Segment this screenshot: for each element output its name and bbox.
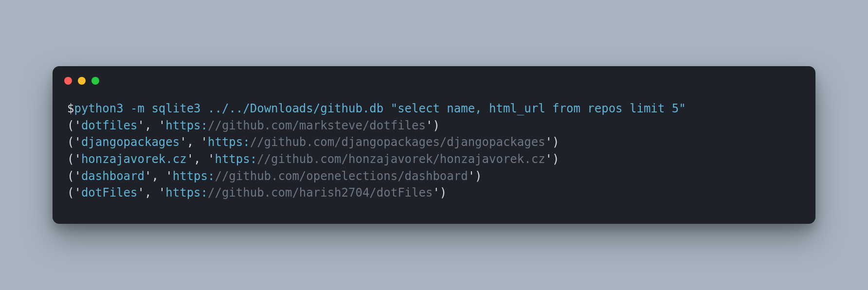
quote: '	[187, 152, 194, 166]
url-scheme: https:	[165, 119, 208, 132]
open-paren: (	[67, 119, 74, 132]
quote: '	[201, 135, 208, 149]
url-path: //github.com/harish2704/dotFiles	[208, 186, 433, 199]
command-line: $python3 -m sqlite3 ../../Downloads/gith…	[67, 100, 801, 117]
url-scheme: https:	[215, 152, 257, 166]
quote: '	[426, 119, 433, 132]
comma: ,	[194, 152, 208, 166]
quote: '	[208, 152, 215, 166]
quote: '	[433, 186, 439, 199]
close-paren: )	[552, 135, 559, 149]
url-scheme: https:	[165, 186, 208, 199]
url-scheme: https:	[208, 135, 250, 149]
quote: '	[138, 186, 145, 199]
repo-name: honzajavorek.cz	[81, 152, 187, 166]
command-name: python3	[74, 102, 123, 115]
open-paren: (	[67, 186, 74, 199]
command-module: sqlite3	[151, 102, 200, 115]
quote: '	[165, 169, 172, 183]
open-paren: (	[67, 152, 74, 166]
close-paren: )	[440, 186, 447, 199]
quote: '	[74, 152, 81, 166]
comma: ,	[151, 169, 165, 183]
comma: ,	[145, 119, 159, 132]
output-row: ('djangopackages', 'https://github.com/d…	[67, 134, 801, 151]
output-row: ('honzajavorek.cz', 'https://github.com/…	[67, 151, 801, 168]
close-paren: )	[552, 152, 559, 166]
quote: '	[138, 119, 145, 132]
output-row: ('dotfiles', 'https://github.com/markste…	[67, 117, 801, 134]
close-paren: )	[475, 169, 482, 183]
close-paren: )	[433, 119, 439, 132]
quote: '	[145, 169, 151, 183]
repo-name: dotfiles	[81, 119, 138, 132]
minimize-icon[interactable]	[78, 77, 86, 85]
url-path: //github.com/honzajavorek/honzajavorek.c…	[257, 152, 545, 166]
url-path: //github.com/marksteve/dotfiles	[208, 119, 426, 132]
url-path: //github.com/djangopackages/djangopackag…	[250, 135, 545, 149]
comma: ,	[187, 135, 201, 149]
quote: '	[180, 135, 186, 149]
comma: ,	[145, 186, 159, 199]
output-row: ('dotFiles', 'https://github.com/harish2…	[67, 184, 801, 201]
open-paren: (	[67, 135, 74, 149]
repo-name: dotFiles	[81, 186, 138, 199]
zoom-icon[interactable]	[91, 77, 99, 85]
quote: '	[159, 119, 165, 132]
quote: '	[74, 186, 81, 199]
repo-name: djangopackages	[81, 135, 180, 149]
quote: '	[74, 169, 81, 183]
window-titlebar	[53, 66, 815, 85]
terminal-output[interactable]: $python3 -m sqlite3 ../../Downloads/gith…	[53, 85, 815, 210]
terminal-window: $python3 -m sqlite3 ../../Downloads/gith…	[53, 66, 815, 223]
command-flag: -m	[130, 102, 145, 115]
url-path: //github.com/openelections/dashboard	[215, 169, 468, 183]
quote: '	[468, 169, 475, 183]
sql-query: "select name, html_url from repos limit …	[391, 102, 686, 115]
open-paren: (	[67, 169, 74, 183]
db-path: ../../Downloads/github.db	[208, 102, 383, 115]
prompt-symbol: $	[67, 102, 74, 115]
url-scheme: https:	[173, 169, 215, 183]
quote: '	[159, 186, 165, 199]
output-row: ('dashboard', 'https://github.com/openel…	[67, 168, 801, 185]
quote: '	[74, 119, 81, 132]
repo-name: dashboard	[81, 169, 145, 183]
quote: '	[545, 135, 552, 149]
close-icon[interactable]	[64, 77, 72, 85]
quote: '	[74, 135, 81, 149]
quote: '	[545, 152, 552, 166]
